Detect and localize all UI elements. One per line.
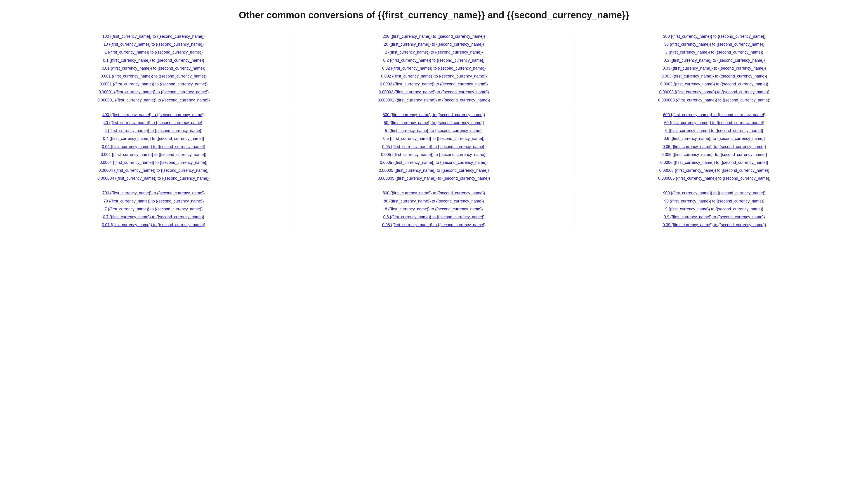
conversion-group-2: 400 {{first_currency_name}} to {{second_… [14, 111, 854, 183]
conversion-link[interactable]: 0.003 {{first_currency_name}} to {{secon… [579, 72, 850, 80]
group-separator [14, 104, 854, 111]
page-title: Other common conversions of {{first_curr… [14, 9, 854, 21]
conversion-link[interactable]: 80 {{first_currency_name}} to {{second_c… [298, 197, 570, 205]
conversion-link[interactable]: 4 {{first_currency_name}} to {{second_cu… [18, 127, 289, 135]
conversion-link[interactable]: 0.3 {{first_currency_name}} to {{second_… [579, 57, 850, 64]
conversion-link[interactable]: 6 {{first_currency_name}} to {{second_cu… [579, 127, 850, 135]
conversion-link[interactable]: 0.0001 {{first_currency_name}} to {{seco… [18, 80, 289, 88]
conversion-link[interactable]: 40 {{first_currency_name}} to {{second_c… [18, 119, 289, 127]
conversion-link[interactable]: 0.6 {{first_currency_name}} to {{second_… [579, 135, 850, 143]
conversion-link[interactable]: 900 {{first_currency_name}} to {{second_… [579, 189, 850, 197]
conversion-link[interactable]: 70 {{first_currency_name}} to {{second_c… [18, 197, 289, 205]
conversion-link[interactable]: 0.4 {{first_currency_name}} to {{second_… [18, 135, 289, 143]
conversion-link[interactable]: 30 {{first_currency_name}} to {{second_c… [579, 40, 850, 48]
conversion-column: 700 {{first_currency_name}} to {{second_… [14, 189, 294, 229]
conversion-column: 400 {{first_currency_name}} to {{second_… [14, 111, 294, 183]
conversion-group-1: 100 {{first_currency_name}} to {{second_… [14, 33, 854, 104]
conversion-link[interactable]: 400 {{first_currency_name}} to {{second_… [18, 111, 289, 119]
conversion-link[interactable]: 0.00002 {{first_currency_name}} to {{sec… [298, 88, 570, 96]
conversion-link[interactable]: 0.000005 {{first_currency_name}} to {{se… [298, 174, 570, 182]
conversion-link[interactable]: 600 {{first_currency_name}} to {{second_… [579, 111, 850, 119]
conversion-column: 900 {{first_currency_name}} to {{second_… [574, 189, 854, 229]
conversion-link[interactable]: 0.0006 {{first_currency_name}} to {{seco… [579, 159, 850, 167]
conversion-link[interactable]: 60 {{first_currency_name}} to {{second_c… [579, 119, 850, 127]
conversion-link[interactable]: 0.000003 {{first_currency_name}} to {{se… [579, 96, 850, 104]
conversion-link[interactable]: 0.002 {{first_currency_name}} to {{secon… [298, 72, 570, 80]
conversion-link[interactable]: 9 {{first_currency_name}} to {{second_cu… [579, 205, 850, 213]
conversion-link[interactable]: 0.9 {{first_currency_name}} to {{second_… [579, 213, 850, 221]
conversion-link[interactable]: 300 {{first_currency_name}} to {{second_… [579, 33, 850, 40]
conversion-link[interactable]: 0.004 {{first_currency_name}} to {{secon… [18, 151, 289, 159]
conversion-group-3: 700 {{first_currency_name}} to {{second_… [14, 189, 854, 229]
conversion-link[interactable]: 0.000006 {{first_currency_name}} to {{se… [579, 174, 850, 182]
conversion-link[interactable]: 0.05 {{first_currency_name}} to {{second… [298, 143, 570, 151]
conversion-link[interactable]: 0.005 {{first_currency_name}} to {{secon… [298, 151, 570, 159]
conversion-link[interactable]: 0.02 {{first_currency_name}} to {{second… [298, 64, 570, 72]
conversion-column: 600 {{first_currency_name}} to {{second_… [574, 111, 854, 183]
conversion-link[interactable]: 0.04 {{first_currency_name}} to {{second… [18, 143, 289, 151]
conversion-link[interactable]: 0.2 {{first_currency_name}} to {{second_… [298, 57, 570, 64]
conversion-column: 300 {{first_currency_name}} to {{second_… [574, 33, 854, 104]
conversion-link[interactable]: 0.06 {{first_currency_name}} to {{second… [579, 143, 850, 151]
conversion-link[interactable]: 700 {{first_currency_name}} to {{second_… [18, 189, 289, 197]
conversion-link[interactable]: 0.00006 {{first_currency_name}} to {{sec… [579, 167, 850, 174]
conversion-link[interactable]: 500 {{first_currency_name}} to {{second_… [298, 111, 570, 119]
group-separator [14, 182, 854, 189]
conversion-link[interactable]: 0.0005 {{first_currency_name}} to {{seco… [298, 159, 570, 167]
conversion-link[interactable]: 3 {{first_currency_name}} to {{second_cu… [579, 48, 850, 56]
conversion-column: 500 {{first_currency_name}} to {{second_… [294, 111, 574, 183]
conversion-link[interactable]: 0.001 {{first_currency_name}} to {{secon… [18, 72, 289, 80]
conversion-link[interactable]: 0.8 {{first_currency_name}} to {{second_… [298, 213, 570, 221]
conversion-link[interactable]: 0.00004 {{first_currency_name}} to {{sec… [18, 167, 289, 174]
conversion-link[interactable]: 0.00005 {{first_currency_name}} to {{sec… [298, 167, 570, 174]
conversion-link[interactable]: 200 {{first_currency_name}} to {{second_… [298, 33, 570, 40]
conversion-link[interactable]: 0.006 {{first_currency_name}} to {{secon… [579, 151, 850, 159]
conversion-link[interactable]: 0.08 {{first_currency_name}} to {{second… [298, 221, 570, 229]
conversion-link[interactable]: 0.000001 {{first_currency_name}} to {{se… [18, 96, 289, 104]
conversion-link[interactable]: 50 {{first_currency_name}} to {{second_c… [298, 119, 570, 127]
conversion-link[interactable]: 0.7 {{first_currency_name}} to {{second_… [18, 213, 289, 221]
conversion-link[interactable]: 0.000002 {{first_currency_name}} to {{se… [298, 96, 570, 104]
conversion-link[interactable]: 0.0003 {{first_currency_name}} to {{seco… [579, 80, 850, 88]
conversion-link[interactable]: 0.000004 {{first_currency_name}} to {{se… [18, 174, 289, 182]
conversion-link[interactable]: 0.0002 {{first_currency_name}} to {{seco… [298, 80, 570, 88]
conversion-column: 800 {{first_currency_name}} to {{second_… [294, 189, 574, 229]
conversion-link[interactable]: 0.0004 {{first_currency_name}} to {{seco… [18, 159, 289, 167]
conversion-link[interactable]: 5 {{first_currency_name}} to {{second_cu… [298, 127, 570, 135]
conversion-link[interactable]: 100 {{first_currency_name}} to {{second_… [18, 33, 289, 40]
conversion-column: 200 {{first_currency_name}} to {{second_… [294, 33, 574, 104]
conversion-link[interactable]: 1 {{first_currency_name}} to {{second_cu… [18, 48, 289, 56]
conversion-link[interactable]: 0.01 {{first_currency_name}} to {{second… [18, 64, 289, 72]
conversion-link[interactable]: 0.00001 {{first_currency_name}} to {{sec… [18, 88, 289, 96]
conversion-link[interactable]: 0.09 {{first_currency_name}} to {{second… [579, 221, 850, 229]
conversion-link[interactable]: 10 {{first_currency_name}} to {{second_c… [18, 40, 289, 48]
conversion-column: 100 {{first_currency_name}} to {{second_… [14, 33, 294, 104]
conversion-link[interactable]: 7 {{first_currency_name}} to {{second_cu… [18, 205, 289, 213]
conversion-link[interactable]: 2 {{first_currency_name}} to {{second_cu… [298, 48, 570, 56]
conversion-link[interactable]: 20 {{first_currency_name}} to {{second_c… [298, 40, 570, 48]
conversion-link[interactable]: 0.03 {{first_currency_name}} to {{second… [579, 64, 850, 72]
conversion-link[interactable]: 0.1 {{first_currency_name}} to {{second_… [18, 57, 289, 64]
conversion-link[interactable]: 0.00003 {{first_currency_name}} to {{sec… [579, 88, 850, 96]
conversion-link[interactable]: 90 {{first_currency_name}} to {{second_c… [579, 197, 850, 205]
conversion-link[interactable]: 0.5 {{first_currency_name}} to {{second_… [298, 135, 570, 143]
conversion-link[interactable]: 8 {{first_currency_name}} to {{second_cu… [298, 205, 570, 213]
conversion-link[interactable]: 0.07 {{first_currency_name}} to {{second… [18, 221, 289, 229]
conversion-link[interactable]: 800 {{first_currency_name}} to {{second_… [298, 189, 570, 197]
